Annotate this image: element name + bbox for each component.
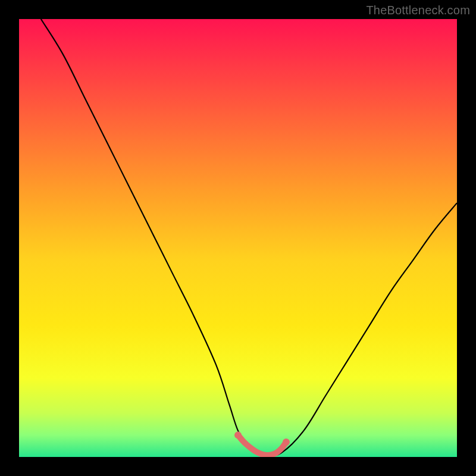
chart-frame: TheBottleneck.com	[0, 0, 476, 476]
plot-area	[19, 19, 457, 457]
chart-svg	[19, 19, 457, 457]
gradient-background	[19, 19, 457, 457]
highlight-end-dot-right	[283, 439, 290, 446]
highlight-end-dot-left	[234, 431, 242, 439]
watermark-text: TheBottleneck.com	[366, 4, 470, 17]
